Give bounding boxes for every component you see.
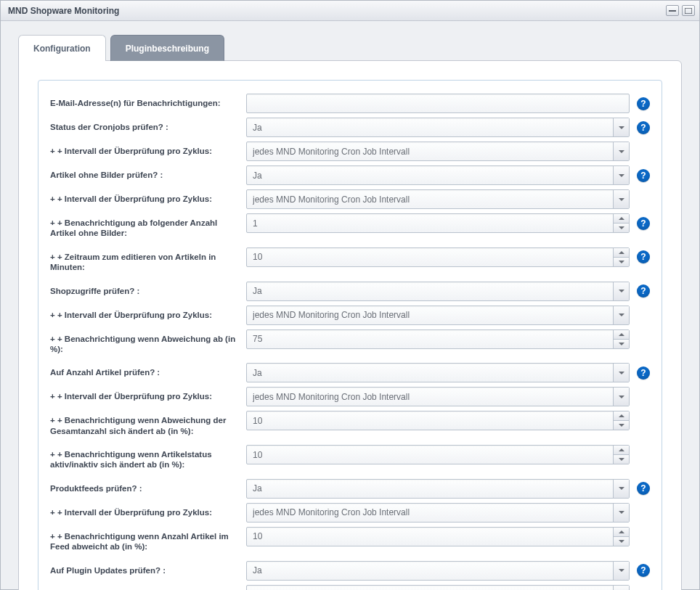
combo-value[interactable] [247, 118, 613, 136]
combo-value[interactable] [247, 190, 613, 208]
spinner-up[interactable] [614, 528, 629, 537]
help-icon[interactable]: ? [637, 97, 650, 110]
spinner-value[interactable] [247, 330, 613, 348]
tab-pluginbeschreibung[interactable]: Pluginbeschreibung [110, 35, 224, 61]
feed-check-combo[interactable] [246, 479, 630, 499]
plugin-scope-combo[interactable] [246, 585, 630, 591]
chevron-down-icon[interactable] [613, 166, 629, 184]
plugin-check-combo[interactable] [246, 561, 630, 581]
combo-value[interactable] [247, 388, 613, 406]
tab-konfiguration[interactable]: Konfiguration [18, 35, 106, 61]
label: + + Intervall der Überprüfung pro Zyklus… [50, 306, 246, 324]
label: + + Zeitraum zum editieren von Artikeln … [50, 247, 246, 277]
img-interval-combo[interactable] [246, 189, 630, 209]
spinner-up[interactable] [614, 446, 629, 455]
label-email: E-Mail-Adresse(n) für Benachrichtigungen… [50, 94, 246, 112]
combo-value[interactable] [247, 282, 613, 300]
help-icon[interactable]: ? [637, 564, 650, 577]
row-img-edit-window: + + Zeitraum zum editieren von Artikeln … [50, 247, 650, 277]
spinner-down[interactable] [614, 258, 629, 266]
spinner-down[interactable] [614, 537, 629, 546]
chevron-down-icon[interactable] [613, 388, 629, 406]
chevron-down-icon[interactable] [613, 586, 629, 591]
spinner-value[interactable] [247, 411, 613, 430]
cron-status-combo[interactable] [246, 118, 630, 137]
label: Produktfeeds prüfen? : [50, 479, 246, 498]
chevron-down-icon[interactable] [613, 282, 629, 300]
email-field-wrap [246, 94, 630, 113]
spinner-buttons [613, 411, 629, 430]
tab-strip: Konfiguration Pluginbeschreibung [18, 34, 682, 60]
help-icon[interactable]: ? [637, 284, 650, 298]
minimize-button[interactable] [666, 5, 679, 16]
chevron-down-icon[interactable] [613, 504, 629, 522]
spinner-value[interactable] [247, 248, 613, 266]
spinner-value[interactable] [247, 446, 613, 464]
access-interval-combo[interactable] [246, 306, 630, 325]
chevron-down-icon[interactable] [613, 364, 629, 382]
row-img-threshold: + + Benachrichtigung ab folgender Anzahl… [50, 213, 650, 243]
help-icon[interactable]: ? [637, 482, 650, 495]
svg-rect-1 [685, 8, 692, 14]
access-dev-spinner[interactable] [246, 329, 630, 349]
count-interval-combo[interactable] [246, 387, 630, 406]
spinner-up[interactable] [614, 411, 629, 421]
spinner-up[interactable] [614, 330, 629, 340]
chevron-down-icon[interactable] [613, 190, 629, 208]
label: + + Intervall der Überprüfung pro Zyklus… [50, 189, 246, 208]
spinner-buttons [613, 330, 629, 348]
combo-value[interactable] [247, 586, 613, 591]
label: Status der Cronjobs prüfen? : [50, 118, 246, 136]
row-count-total-dev: + + Benachrichtigung wenn Abweichung der… [50, 411, 650, 441]
help-icon[interactable]: ? [637, 217, 650, 230]
row-access-dev: + + Benachrichtigung wenn Abweichung ab … [50, 329, 650, 359]
chevron-down-icon[interactable] [613, 562, 629, 580]
row-plugin-check: Auf Plugin Updates prüfen? : ? [50, 561, 650, 581]
count-status-dev-spinner[interactable] [246, 445, 630, 464]
spinner-down[interactable] [614, 455, 629, 464]
combo-value[interactable] [247, 306, 613, 324]
spinner-buttons [613, 248, 629, 266]
chevron-down-icon[interactable] [613, 306, 629, 324]
help-icon[interactable]: ? [637, 250, 650, 263]
feed-interval-combo[interactable] [246, 503, 630, 523]
img-threshold-spinner[interactable] [246, 213, 630, 233]
access-check-combo[interactable] [246, 282, 630, 301]
chevron-down-icon[interactable] [613, 118, 629, 136]
spinner-down[interactable] [614, 224, 629, 232]
combo-value[interactable] [247, 166, 613, 184]
spinner-up[interactable] [614, 214, 629, 224]
svg-rect-0 [669, 10, 676, 12]
img-edit-window-spinner[interactable] [246, 247, 630, 267]
combo-value[interactable] [247, 142, 613, 160]
img-check-combo[interactable] [246, 165, 630, 185]
chevron-down-icon[interactable] [613, 480, 629, 498]
label: + + Intervall der Überprüfung pro Zyklus… [50, 503, 246, 522]
chevron-down-icon[interactable] [613, 142, 629, 160]
help-icon[interactable]: ? [637, 366, 650, 380]
spinner-up[interactable] [614, 248, 629, 258]
maximize-button[interactable] [682, 5, 695, 16]
row-cron-interval: + + Intervall der Überprüfung pro Zyklus… [50, 142, 650, 161]
titlebar: MND Shopware Monitoring [1, 1, 699, 21]
count-check-combo[interactable] [246, 363, 630, 382]
combo-value[interactable] [247, 480, 613, 498]
help-icon[interactable]: ? [637, 169, 650, 182]
spinner-down[interactable] [614, 421, 629, 430]
spinner-buttons [613, 214, 629, 232]
spinner-down[interactable] [614, 340, 629, 348]
spinner-value[interactable] [247, 528, 613, 546]
cron-interval-combo[interactable] [246, 142, 630, 161]
tab-label: Konfiguration [33, 44, 91, 54]
row-count-check: Auf Anzahl Artikel prüfen? : ? [50, 363, 650, 382]
label: + + Benachrichtigung wenn Abweichung ab … [50, 329, 246, 359]
spinner-value[interactable] [247, 214, 613, 232]
count-total-dev-spinner[interactable] [246, 411, 630, 430]
help-icon[interactable]: ? [637, 121, 650, 134]
email-input[interactable] [247, 94, 629, 112]
combo-value[interactable] [247, 364, 613, 382]
row-access-check: Shopzugriffe prüfen? : ? [50, 282, 650, 301]
combo-value[interactable] [247, 562, 613, 580]
feed-dev-spinner[interactable] [246, 527, 630, 546]
combo-value[interactable] [247, 504, 613, 522]
